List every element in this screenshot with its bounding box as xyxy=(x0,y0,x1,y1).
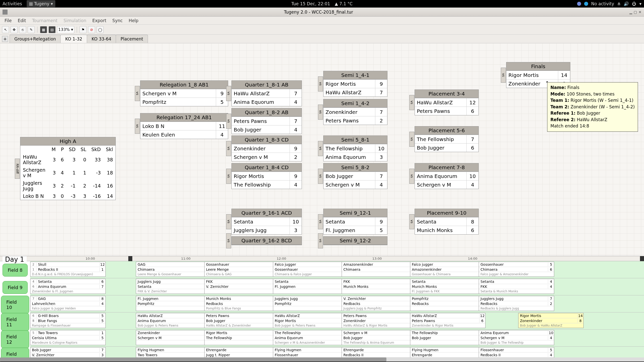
circle-tool-icon[interactable]: ◯ xyxy=(97,26,104,33)
match-card[interactable]: 7GAG8Lahnveilchen4Falco jugger & Jugger … xyxy=(30,296,106,311)
telegram-icon[interactable] xyxy=(584,2,588,6)
match-card[interactable]: Munich Monks10Redbacks6Pompfritz & Blue … xyxy=(204,296,280,311)
time-marker-start[interactable] xyxy=(128,256,132,261)
match-card[interactable]: Jugglers Jugg7Redbacks2Redbacks & Juggle… xyxy=(479,296,554,311)
pointer-tool-icon[interactable]: ↖ xyxy=(2,26,9,33)
zoom-select[interactable] xyxy=(57,26,74,33)
match-card[interactable]: Falco jugger7Amazonenkinder5Gossenhauer … xyxy=(410,262,486,277)
vs-label: vs xyxy=(409,214,414,229)
match-q3[interactable]: vsQuarter 1_8-3 CDZonenkinder9Schergen v… xyxy=(231,135,302,161)
match-card[interactable]: Fl. Juggmen6*Pompfritz5 xyxy=(136,296,211,311)
match-s5[interactable]: vsSemi 9_12-1Setanta9Fl. Juggmen5 xyxy=(323,209,387,235)
grid-large-icon[interactable]: ▤ xyxy=(49,26,56,33)
match-card[interactable]: Pompfritz3Redbacks5 xyxy=(410,296,486,311)
menu-export[interactable]: Export xyxy=(90,17,109,24)
horizontal-scrollbar[interactable] xyxy=(0,357,644,361)
match-card[interactable]: Setanta9Fl. Juggmen5 xyxy=(273,279,348,294)
tab-groups[interactable]: Groups+Relegation xyxy=(10,35,61,43)
menu-sync[interactable]: Sync xyxy=(110,17,125,24)
match-card[interactable]: HaWu AllstarZ7Rigor Mortis9Bob Jugger & … xyxy=(273,313,348,328)
match-p78[interactable]: vsPlacement 7-8Anima Equorum10Schergen v… xyxy=(415,163,479,189)
match-p34[interactable]: vsPlacement 3-4HaWu AllstarZ12Peters Paw… xyxy=(415,89,479,115)
match-card[interactable]: Zonenkinder9Schergen v M2 xyxy=(136,330,211,345)
tab-ko-33-64[interactable]: KO 33-64 xyxy=(87,35,116,43)
field-label[interactable]: Field 8 xyxy=(1,261,29,279)
clock[interactable]: Tue 15 Dec, 22:01 xyxy=(291,1,330,6)
match-card[interactable]: Jugglers Jugg3Setanta10FKK & V. Zernicht… xyxy=(136,279,211,294)
match-q6h[interactable]: vsQuarter 9_16-2 BCD xyxy=(231,236,302,245)
minimize-button[interactable]: ▁ xyxy=(629,10,632,14)
match-card[interactable]: FKK4Munich Monks8 xyxy=(342,279,417,294)
close-button[interactable]: ✕ xyxy=(638,10,641,14)
match-card[interactable]: V. Zernichter5Redbacks4Jugglers Jugg & P… xyxy=(342,296,417,311)
match-s3[interactable]: vsSemi 5_8-1The Fellowship10Anima Equoru… xyxy=(323,135,387,161)
maximize-button[interactable]: ▢ xyxy=(634,10,637,14)
timeline-ruler: 10:0011:0012:0013:0014:00 xyxy=(0,256,644,261)
link-tool-icon[interactable]: ⎋ xyxy=(19,26,26,33)
match-card[interactable]: GAG7Chimaera4Leere Menge & Gossenhauer xyxy=(136,262,211,277)
match-card[interactable]: Rigor Mortis9The Fellowship4 xyxy=(204,330,280,345)
match-r2[interactable]: vsRelegation 17_24 AB1Loko B N11Keulen E… xyxy=(140,113,228,139)
flag-tool-icon[interactable]: ⚑ xyxy=(79,26,87,33)
match-card[interactable]: Gossenhauer5Chimaera6Falco jugger & Amaz… xyxy=(479,262,554,277)
move-tool-icon[interactable]: ✥ xyxy=(11,26,18,33)
field-label[interactable]: Field 12 xyxy=(1,331,29,348)
team1-score: 7 xyxy=(290,117,302,125)
discord-icon[interactable] xyxy=(577,2,581,6)
match-card[interactable]: Setanta4FKK4Setanta & Munich Monks xyxy=(479,279,554,294)
match-s6h[interactable]: vsSemi 9_12-2 xyxy=(323,236,387,245)
match-card[interactable]: 5Two Towers1Cerisia Ultima5Marodeure & C… xyxy=(30,330,106,345)
match-card[interactable]: HaWu AllstarZ7Anima Equorum4Bob Jugger &… xyxy=(136,313,211,328)
match-card[interactable]: Peters Pawns7Bob Jugger4HaWu AllstarZ & … xyxy=(204,313,280,328)
match-card[interactable]: Anima Equorum10Schergen v M4Bob Jugger &… xyxy=(479,330,554,345)
network-icon[interactable]: ⋔ xyxy=(617,1,621,6)
match-card[interactable]: Jugglers Jugg3Pompfritz4 xyxy=(273,296,348,311)
match-q5[interactable]: vsQuarter 9_16-1 ACDSetanta10Jugglers Ju… xyxy=(231,209,302,235)
match-card[interactable]: The Fellowship7Bob Jugger6 xyxy=(410,330,486,345)
match-card[interactable]: The Fellowship10Anima Equorum3Schergen v… xyxy=(273,330,348,345)
match-s2[interactable]: vsSemi 1_4-2Zonenkinder7Peters Pawns2 xyxy=(323,99,387,125)
match-card[interactable]: Setanta8Munich Monks6Fl. Juggmen & FKK xyxy=(410,279,486,294)
field-label[interactable]: Field 9 xyxy=(1,279,29,296)
volume-icon[interactable]: 🔊 xyxy=(624,1,629,6)
match-card[interactable]: 2Skull121Redbacks II1D.d.N.n.g.w.d. & FR… xyxy=(30,262,106,277)
team1-score: 14 xyxy=(558,71,570,79)
match-card[interactable]: Amazonenkinder6Chimaera3 xyxy=(342,262,417,277)
match-card[interactable]: Falco jugger7Gossenhauer3Chimaera & Falc… xyxy=(273,262,348,277)
app-menu[interactable]: Tugeny ▾ xyxy=(27,0,56,7)
match-q2[interactable]: vsQuarter 1_8-2 ABPeters Pawns7Bob Jugge… xyxy=(231,108,302,134)
grid-small-icon[interactable]: ▦ xyxy=(40,26,47,33)
match-card[interactable]: Schergen v M4Bob Jugger7The Fellowship &… xyxy=(342,330,417,345)
match-q4[interactable]: vsQuarter 1_8-4 CDRigor Mortis9The Fello… xyxy=(231,163,302,189)
text-tool-icon[interactable]: ✎ xyxy=(28,26,35,33)
menu-help[interactable]: Help xyxy=(126,17,141,24)
match-p910[interactable]: vsPlacement 9-10Setanta8Munich Monks6 xyxy=(415,209,479,235)
match-p56[interactable]: vsPlacement 5-6The Fellowship7Bob Jugger… xyxy=(415,126,479,152)
match-s1[interactable]: vsSemi 1_4-1Rigor Mortis9HaWu AllstarZ7 xyxy=(323,71,387,97)
bracket-canvas[interactable]: RR-diff High A MPSDSLSkDSklHaWu AllstarZ… xyxy=(0,43,644,256)
match-card[interactable]: FKK4V. Zernichter5 xyxy=(204,279,280,294)
activities-button[interactable]: Activities xyxy=(3,1,22,6)
dropdown-icon[interactable]: ▾ xyxy=(639,1,641,6)
add-tab-button[interactable]: + xyxy=(2,36,8,42)
match-card[interactable]: 4Setanta66Anima Equorum7Zonenkinder & Fl… xyxy=(30,279,106,294)
match-r1[interactable]: vsRelegation 1_8 AB1Schergen v M9Pompfri… xyxy=(140,80,228,106)
tab-ko-1-32[interactable]: KO 1-32 xyxy=(60,35,87,43)
power-icon[interactable]: ⏻ xyxy=(632,1,636,6)
field-label[interactable]: Field 11 xyxy=(1,313,29,331)
group-table[interactable]: RR-diff High A MPSDSLSkDSklHaWu AllstarZ… xyxy=(20,137,116,200)
match-card[interactable]: 6G-Hill Boars58Blue Fangs5Rampage & Flos… xyxy=(30,313,106,328)
match-card[interactable]: Gossenhauer8Leere Menge9Chimaera & GAG xyxy=(204,262,280,277)
time-marker-end[interactable] xyxy=(640,256,644,261)
field-label[interactable]: Field 10 xyxy=(1,296,29,313)
match-s4[interactable]: vsSemi 5_8-2Bob Jugger7Schergen v M4 xyxy=(323,163,387,189)
menu-file[interactable]: File xyxy=(2,17,14,24)
match-card[interactable]: HaWu AllstarZ12Peters Pawns6Zonenkinder … xyxy=(410,313,486,328)
tab-placement[interactable]: Placement xyxy=(116,35,148,43)
disable-tool-icon[interactable]: ⊘ xyxy=(88,26,95,33)
schedule-grid[interactable]: 2Skull121Redbacks II1D.d.N.n.g.w.d. & FR… xyxy=(30,261,644,361)
menu-edit[interactable]: Edit xyxy=(15,17,28,24)
match-card[interactable]: Peters Pawns2Zonenkinder7HaWu AllstarZ &… xyxy=(342,313,417,328)
match-card[interactable]: Rigor Mortis14Zonenkinder8Bob Jugger & H… xyxy=(518,313,584,328)
match-q1[interactable]: vsQuarter 1_8-1 ABHaWu AllstarZ7Anima Eq… xyxy=(231,80,302,106)
